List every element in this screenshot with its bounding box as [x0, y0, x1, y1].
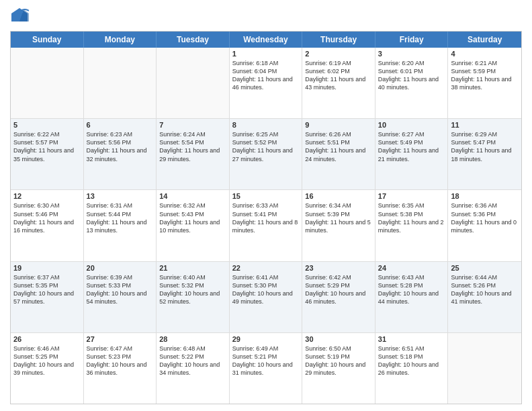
day-cell-8: 8Sunrise: 6:25 AMSunset: 5:52 PMDaylight…	[230, 119, 303, 189]
day-number: 21	[159, 264, 226, 272]
cell-info: Sunrise: 6:31 AMSunset: 5:44 PMDaylight:…	[87, 201, 154, 234]
cell-info: Sunrise: 6:44 AMSunset: 5:26 PMDaylight:…	[451, 273, 519, 306]
calendar-row-2: 12Sunrise: 6:30 AMSunset: 5:46 PMDayligh…	[11, 189, 521, 261]
logo	[10, 7, 31, 26]
day-number: 16	[305, 192, 372, 200]
cell-info: Sunrise: 6:30 AMSunset: 5:46 PMDaylight:…	[13, 201, 81, 234]
day-cell-16: 16Sunrise: 6:34 AMSunset: 5:39 PMDayligh…	[302, 190, 375, 261]
cell-info: Sunrise: 6:19 AMSunset: 6:02 PMDaylight:…	[305, 59, 372, 92]
cell-info: Sunrise: 6:24 AMSunset: 5:54 PMDaylight:…	[159, 130, 226, 163]
day-cell-23: 23Sunrise: 6:42 AMSunset: 5:29 PMDayligh…	[302, 262, 375, 332]
day-number: 13	[87, 192, 154, 200]
cell-info: Sunrise: 6:50 AMSunset: 5:19 PMDaylight:…	[305, 345, 372, 377]
day-number: 22	[232, 264, 300, 272]
day-number: 30	[305, 335, 372, 343]
header-day-thursday: Thursday	[302, 32, 375, 48]
day-cell-28: 28Sunrise: 6:48 AMSunset: 5:22 PMDayligh…	[157, 333, 230, 404]
day-number: 24	[378, 264, 445, 272]
day-cell-20: 20Sunrise: 6:39 AMSunset: 5:33 PMDayligh…	[84, 262, 157, 332]
header-day-monday: Monday	[84, 32, 157, 48]
day-number: 27	[87, 335, 154, 343]
cell-info: Sunrise: 6:23 AMSunset: 5:56 PMDaylight:…	[87, 130, 154, 163]
cell-info: Sunrise: 6:40 AMSunset: 5:32 PMDaylight:…	[159, 273, 226, 306]
day-cell-25: 25Sunrise: 6:44 AMSunset: 5:26 PMDayligh…	[448, 262, 521, 332]
day-cell-18: 18Sunrise: 6:36 AMSunset: 5:36 PMDayligh…	[448, 190, 521, 261]
day-cell-7: 7Sunrise: 6:24 AMSunset: 5:54 PMDaylight…	[157, 119, 230, 189]
day-number: 7	[159, 121, 226, 129]
cell-info: Sunrise: 6:49 AMSunset: 5:21 PMDaylight:…	[232, 345, 300, 377]
day-number: 20	[87, 264, 154, 272]
day-number: 3	[378, 50, 445, 58]
cell-info: Sunrise: 6:46 AMSunset: 5:25 PMDaylight:…	[13, 345, 81, 377]
day-number: 4	[451, 50, 519, 58]
day-cell-5: 5Sunrise: 6:22 AMSunset: 5:57 PMDaylight…	[11, 119, 84, 189]
calendar-row-3: 19Sunrise: 6:37 AMSunset: 5:35 PMDayligh…	[11, 261, 521, 332]
day-cell-15: 15Sunrise: 6:33 AMSunset: 5:41 PMDayligh…	[230, 190, 303, 261]
calendar-body: 1Sunrise: 6:18 AMSunset: 6:04 PMDaylight…	[11, 48, 521, 404]
page: SundayMondayTuesdayWednesdayThursdayFrid…	[0, 0, 532, 411]
day-cell-19: 19Sunrise: 6:37 AMSunset: 5:35 PMDayligh…	[11, 262, 84, 332]
day-cell-3: 3Sunrise: 6:20 AMSunset: 6:01 PMDaylight…	[375, 48, 449, 118]
day-cell-31: 31Sunrise: 6:51 AMSunset: 5:18 PMDayligh…	[375, 333, 449, 404]
day-number: 11	[451, 121, 519, 129]
header-day-sunday: Sunday	[11, 32, 84, 48]
cell-info: Sunrise: 6:42 AMSunset: 5:29 PMDaylight:…	[305, 273, 372, 306]
day-cell-9: 9Sunrise: 6:26 AMSunset: 5:51 PMDaylight…	[302, 119, 375, 189]
day-cell-2: 2Sunrise: 6:19 AMSunset: 6:02 PMDaylight…	[302, 48, 375, 118]
day-number: 6	[87, 121, 154, 129]
day-cell-24: 24Sunrise: 6:43 AMSunset: 5:28 PMDayligh…	[375, 262, 449, 332]
cell-info: Sunrise: 6:27 AMSunset: 5:49 PMDaylight:…	[378, 130, 445, 163]
day-number: 23	[305, 264, 372, 272]
day-cell-14: 14Sunrise: 6:32 AMSunset: 5:43 PMDayligh…	[157, 190, 230, 261]
day-cell-12: 12Sunrise: 6:30 AMSunset: 5:46 PMDayligh…	[11, 190, 84, 261]
cell-info: Sunrise: 6:37 AMSunset: 5:35 PMDaylight:…	[13, 273, 81, 306]
header-day-saturday: Saturday	[448, 32, 521, 48]
header-day-wednesday: Wednesday	[230, 32, 303, 48]
day-cell-1: 1Sunrise: 6:18 AMSunset: 6:04 PMDaylight…	[230, 48, 303, 118]
logo-icon	[10, 7, 29, 26]
day-number: 12	[13, 192, 81, 200]
calendar: SundayMondayTuesdayWednesdayThursdayFrid…	[10, 31, 522, 404]
cell-info: Sunrise: 6:22 AMSunset: 5:57 PMDaylight:…	[13, 130, 81, 163]
calendar-row-4: 26Sunrise: 6:46 AMSunset: 5:25 PMDayligh…	[11, 332, 521, 404]
day-number: 17	[378, 192, 445, 200]
cell-info: Sunrise: 6:26 AMSunset: 5:51 PMDaylight:…	[305, 130, 372, 163]
empty-cell	[84, 48, 157, 118]
empty-cell	[157, 48, 230, 118]
header	[10, 7, 522, 26]
day-number: 9	[305, 121, 372, 129]
cell-info: Sunrise: 6:29 AMSunset: 5:47 PMDaylight:…	[451, 130, 519, 163]
day-cell-13: 13Sunrise: 6:31 AMSunset: 5:44 PMDayligh…	[84, 190, 157, 261]
day-cell-21: 21Sunrise: 6:40 AMSunset: 5:32 PMDayligh…	[157, 262, 230, 332]
cell-info: Sunrise: 6:51 AMSunset: 5:18 PMDaylight:…	[378, 345, 445, 377]
day-number: 8	[232, 121, 300, 129]
day-number: 5	[13, 121, 81, 129]
day-cell-27: 27Sunrise: 6:47 AMSunset: 5:23 PMDayligh…	[84, 333, 157, 404]
day-number: 28	[159, 335, 226, 343]
day-cell-6: 6Sunrise: 6:23 AMSunset: 5:56 PMDaylight…	[84, 119, 157, 189]
cell-info: Sunrise: 6:25 AMSunset: 5:52 PMDaylight:…	[232, 130, 300, 163]
calendar-row-1: 5Sunrise: 6:22 AMSunset: 5:57 PMDaylight…	[11, 118, 521, 189]
cell-info: Sunrise: 6:20 AMSunset: 6:01 PMDaylight:…	[378, 59, 445, 92]
day-cell-26: 26Sunrise: 6:46 AMSunset: 5:25 PMDayligh…	[11, 333, 84, 404]
day-number: 26	[13, 335, 81, 343]
day-number: 19	[13, 264, 81, 272]
cell-info: Sunrise: 6:47 AMSunset: 5:23 PMDaylight:…	[87, 345, 154, 377]
day-cell-10: 10Sunrise: 6:27 AMSunset: 5:49 PMDayligh…	[375, 119, 449, 189]
cell-info: Sunrise: 6:48 AMSunset: 5:22 PMDaylight:…	[159, 345, 226, 377]
day-number: 31	[378, 335, 445, 343]
day-cell-17: 17Sunrise: 6:35 AMSunset: 5:38 PMDayligh…	[375, 190, 449, 261]
day-cell-11: 11Sunrise: 6:29 AMSunset: 5:47 PMDayligh…	[448, 119, 521, 189]
day-number: 29	[232, 335, 300, 343]
calendar-header: SundayMondayTuesdayWednesdayThursdayFrid…	[11, 32, 521, 48]
cell-info: Sunrise: 6:43 AMSunset: 5:28 PMDaylight:…	[378, 273, 445, 306]
cell-info: Sunrise: 6:21 AMSunset: 5:59 PMDaylight:…	[451, 59, 519, 92]
cell-info: Sunrise: 6:35 AMSunset: 5:38 PMDaylight:…	[378, 201, 445, 234]
cell-info: Sunrise: 6:41 AMSunset: 5:30 PMDaylight:…	[232, 273, 300, 306]
header-day-friday: Friday	[375, 32, 449, 48]
day-cell-4: 4Sunrise: 6:21 AMSunset: 5:59 PMDaylight…	[448, 48, 521, 118]
header-day-tuesday: Tuesday	[157, 32, 230, 48]
day-number: 1	[232, 50, 300, 58]
day-number: 15	[232, 192, 300, 200]
day-number: 18	[451, 192, 519, 200]
